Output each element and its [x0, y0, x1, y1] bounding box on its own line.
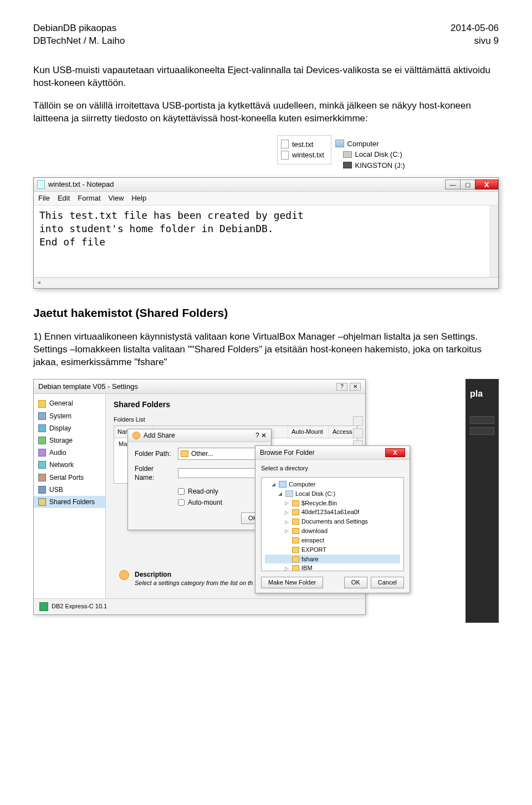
sidebar-item-serial[interactable]: Serial Ports	[34, 471, 105, 484]
folder-icon	[292, 509, 299, 515]
browse-title: Browse For Folder	[260, 448, 315, 457]
gear-icon	[132, 432, 140, 439]
sidebar-label: Display	[49, 424, 71, 433]
sidebar-label: Network	[49, 460, 74, 469]
settings-title: Debian template V05 - Settings	[38, 382, 138, 392]
help-button[interactable]: ?	[255, 432, 259, 439]
nav-computer[interactable]: Computer	[335, 139, 405, 150]
tree-folder[interactable]: einspect	[265, 536, 400, 545]
header-date: 2014-05-06	[451, 22, 499, 35]
close-button[interactable]: X	[385, 448, 405, 457]
sidebar-item-usb[interactable]: USB	[34, 484, 105, 496]
sidebar-item-system[interactable]: System	[34, 410, 105, 422]
readonly-label: Read-only	[188, 487, 218, 496]
tree-local-disk[interactable]: ◢Local Disk (C:)	[265, 489, 400, 499]
dark-panel-bar	[470, 416, 494, 424]
close-button[interactable]: ✕	[350, 383, 361, 391]
cancel-button[interactable]: Cancel	[371, 577, 404, 588]
automount-checkbox[interactable]	[178, 499, 185, 506]
file-row-wintest[interactable]: wintest.txt	[281, 150, 324, 161]
menu-format[interactable]: Format	[78, 193, 100, 203]
display-icon	[38, 424, 46, 432]
folder-name-input[interactable]	[178, 468, 264, 478]
browse-titlebar: Browse For Folder X	[255, 446, 410, 460]
sidebar-item-network[interactable]: Network	[34, 459, 105, 471]
folder-icon	[292, 547, 299, 553]
folder-icon	[181, 450, 188, 457]
sidebar-item-general[interactable]: General	[34, 397, 105, 409]
folder-tree[interactable]: ◢Computer ◢Local Disk (C:) ▷$Recycle.Bin…	[261, 477, 404, 571]
sidebar-item-shared-folders[interactable]: Shared Folders	[34, 496, 105, 508]
menu-help[interactable]: Help	[131, 193, 146, 203]
nav-local-disk[interactable]: Local Disk (C:)	[335, 149, 405, 160]
tree-folder-selected[interactable]: fshare	[265, 555, 400, 564]
sidebar-item-storage[interactable]: Storage	[34, 434, 105, 447]
close-button[interactable]: ✕	[261, 432, 267, 439]
notepad-content[interactable]: This test.txt file has been created by g…	[34, 206, 498, 277]
network-icon	[38, 461, 46, 469]
file-name: test.txt	[292, 140, 313, 150]
paragraph-2: Tällöin se on välillä irroitettava USB-p…	[33, 100, 499, 125]
system-icon	[38, 412, 46, 420]
settings-main-heading: Shared Folders	[114, 399, 357, 410]
tree-computer[interactable]: ◢Computer	[265, 480, 400, 489]
automount-check[interactable]: Auto-mount	[178, 498, 264, 507]
section-heading: Jaetut hakemistot (Shared Folders)	[33, 305, 499, 321]
readonly-checkbox[interactable]	[178, 488, 185, 495]
general-icon	[38, 400, 46, 408]
close-button[interactable]: X	[475, 180, 498, 189]
sidebar-item-audio[interactable]: Audio	[34, 447, 105, 459]
header-left: DebianDB pikaopas DBTechNet / M. Laiho	[33, 22, 125, 48]
serial-icon	[38, 474, 46, 481]
folder-icon	[292, 537, 299, 543]
ok-button[interactable]: OK	[344, 577, 367, 588]
help-button[interactable]: ?	[336, 383, 347, 391]
footer-text: DB2 Express-C 10.1	[52, 602, 107, 611]
tree-label: EXPORT	[301, 546, 326, 554]
tree-folder[interactable]: ▷$Recycle.Bin	[265, 499, 400, 508]
nav-kingston[interactable]: KINGSTON (J:)	[335, 160, 405, 171]
computer-icon	[279, 481, 287, 488]
minimize-button[interactable]: —	[445, 180, 461, 189]
add-share-button[interactable]	[353, 416, 363, 426]
tree-folder[interactable]: ▷download	[265, 526, 400, 536]
notepad-titlebar: wintest.txt - Notepad — ▢ X	[34, 178, 498, 192]
menu-edit[interactable]: Edit	[58, 193, 70, 203]
usb-icon	[38, 486, 46, 494]
tree-label: Computer	[289, 480, 315, 489]
notepad-line: This test.txt file has been created by g…	[39, 209, 484, 222]
paragraph-3: 1) Ennen virtuaalikoneen käynnistystä va…	[33, 331, 499, 369]
audio-icon	[38, 449, 46, 457]
header-title: DebianDB pikaopas	[33, 22, 125, 35]
edit-share-button[interactable]	[353, 428, 363, 438]
folder-path-combo[interactable]: Other... ▼	[178, 448, 264, 460]
tree-folder[interactable]: ▷40def123a41a61ea0f	[265, 507, 400, 517]
add-share-dialog: Add Share ? ✕ Folder Path: Other... ▼ Fo…	[127, 429, 272, 530]
file-row-test[interactable]: test.txt	[281, 139, 324, 150]
tree-folder[interactable]: ▷IBM	[265, 563, 400, 571]
background-dark-panel: pla	[466, 379, 499, 623]
settings-footer: DB2 Express-C 10.1	[34, 598, 365, 614]
screenshot-1: test.txt wintest.txt Computer Local Disk…	[33, 135, 499, 289]
col-automount: Auto-Mount	[288, 426, 329, 438]
paragraph-1: Kun USB-muisti vapautetaan virtuaalikone…	[33, 64, 499, 90]
header-subtitle: DBTechNet / M. Laiho	[33, 35, 125, 48]
folder-icon	[292, 519, 299, 525]
window-buttons: — ▢ X	[446, 180, 498, 189]
file-list-panel: test.txt wintest.txt	[277, 135, 331, 165]
disk-icon	[343, 151, 352, 158]
settings-titlebar: Debian template V05 - Settings ? ✕	[34, 380, 365, 394]
maximize-button[interactable]: ▢	[460, 180, 475, 189]
tree-folder[interactable]: EXPORT	[265, 545, 400, 555]
make-new-folder-button[interactable]: Make New Folder	[261, 577, 323, 588]
menu-view[interactable]: View	[109, 193, 124, 203]
sidebar-label: Storage	[49, 436, 73, 445]
notepad-line: End of file	[39, 235, 484, 249]
sidebar-item-display[interactable]: Display	[34, 422, 105, 434]
readonly-check[interactable]: Read-only	[178, 487, 264, 496]
tree-label: Local Disk (C:)	[295, 490, 335, 498]
menu-file[interactable]: File	[38, 193, 50, 203]
tree-folder[interactable]: ▷Documents and Settings	[265, 517, 400, 526]
folders-list-label: Folders List	[114, 416, 357, 424]
folder-path-value: Other...	[191, 449, 213, 458]
